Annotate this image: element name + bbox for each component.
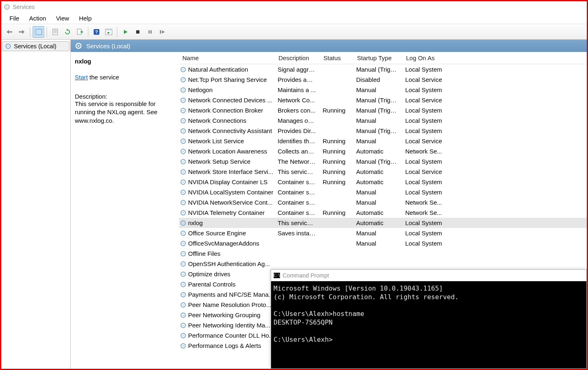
service-description: Network Co... <box>274 97 319 104</box>
svg-text:?: ? <box>95 29 98 34</box>
gear-icon <box>180 107 186 114</box>
service-row[interactable]: Network Location AwarenessCollects and .… <box>179 146 587 156</box>
restart-service-button[interactable] <box>157 26 168 38</box>
service-row[interactable]: NetlogonMaintains a ...ManualLocal Syste… <box>179 85 587 95</box>
service-row[interactable]: Office Source EngineSaves install...Manu… <box>179 228 587 238</box>
service-row[interactable]: Natural AuthenticationSignal aggre...Man… <box>179 64 587 74</box>
service-row[interactable]: Network Connectivity AssistantProvides D… <box>179 126 587 136</box>
menu-action[interactable]: Action <box>24 14 51 23</box>
service-name: Network Store Interface Servi... <box>188 168 273 175</box>
detail-panel: nxlog Start the service Description: Thi… <box>71 52 179 369</box>
menu-view[interactable]: View <box>51 14 74 23</box>
column-header-name[interactable]: Name⌃ <box>179 54 275 61</box>
service-startup: Manual <box>353 189 402 196</box>
service-description: Maintains a ... <box>274 86 319 93</box>
service-row[interactable]: Network Connection BrokerBrokers con...R… <box>179 105 587 115</box>
help-button[interactable]: ? <box>91 26 102 38</box>
dialog-button[interactable] <box>103 26 114 38</box>
service-status: Running <box>319 107 353 114</box>
gear-icon <box>180 261 186 267</box>
svg-point-33 <box>182 110 184 111</box>
svg-point-53 <box>182 212 184 214</box>
gear-icon <box>180 281 186 288</box>
svg-point-71 <box>182 304 184 306</box>
gear-icon <box>180 189 186 196</box>
menu-help[interactable]: Help <box>74 14 97 23</box>
service-name: Netlogon <box>188 86 213 93</box>
svg-rect-14 <box>105 29 112 30</box>
service-description: Identifies the... <box>274 138 319 144</box>
service-name: Network List Service <box>188 138 244 144</box>
svg-point-65 <box>182 273 184 275</box>
service-row[interactable]: OpenSSH Authentication Ag... <box>179 259 587 269</box>
menu-file[interactable]: File <box>4 14 24 23</box>
properties-button[interactable] <box>49 26 61 38</box>
service-row[interactable]: Network Store Interface Servi...This ser… <box>179 167 587 177</box>
gear-icon <box>180 66 186 73</box>
svg-point-79 <box>182 345 184 347</box>
gear-icon <box>75 42 82 50</box>
service-row[interactable]: nxlogThis service i...AutomaticLocal Sys… <box>179 218 587 228</box>
service-row[interactable]: Network ConnectionsManages ob...ManualLo… <box>179 115 587 126</box>
stop-service-button[interactable] <box>132 26 144 38</box>
gear-icon <box>180 230 186 237</box>
forward-button[interactable] <box>16 26 27 38</box>
service-name: Offline Files <box>188 250 220 257</box>
service-row[interactable]: NVIDIA LocalSystem ContainerContainer se… <box>179 187 587 197</box>
service-startup: Automatic <box>353 178 402 185</box>
service-row[interactable]: Network Connected Devices ...Network Co.… <box>179 95 587 105</box>
service-row[interactable]: NVIDIA NetworkService Cont...Container s… <box>179 197 587 208</box>
gear-icon <box>180 210 186 216</box>
toolbar-separator <box>117 27 117 37</box>
service-name: Peer Name Resolution Proto... <box>188 301 271 308</box>
service-startup: Manual (Trigg... <box>353 158 402 165</box>
service-startup: Automatic <box>353 219 402 226</box>
svg-rect-19 <box>160 30 161 34</box>
list-header: Name⌃ Description Status Startup Type Lo… <box>179 52 587 64</box>
start-service-button[interactable] <box>120 26 131 38</box>
tree-item-services-local[interactable]: Services (Local) <box>2 41 70 51</box>
svg-point-27 <box>182 79 184 81</box>
svg-point-43 <box>182 161 184 162</box>
menu-bar: File Action View Help <box>1 13 587 24</box>
show-hide-tree-button[interactable] <box>33 26 44 38</box>
service-startup: Manual <box>353 117 402 124</box>
column-header-startup[interactable]: Startup Type <box>354 54 403 61</box>
service-row[interactable]: Net.Tcp Port Sharing ServiceProvides abi… <box>179 74 587 85</box>
service-row[interactable]: Network List ServiceIdentifies the...Run… <box>179 136 587 146</box>
service-row[interactable]: NVIDIA Display Container LSContainer se.… <box>179 177 587 187</box>
service-name: Network Connection Broker <box>188 107 263 114</box>
command-prompt-title-bar[interactable]: C:\ Command Prompt <box>271 270 586 281</box>
service-description: Container se... <box>274 189 319 196</box>
service-logon: Local Service <box>402 168 451 175</box>
service-row[interactable]: OfficeSvcManagerAddonsManualLocal System <box>179 238 587 248</box>
service-name: Network Connections <box>188 117 247 124</box>
service-description: Provides abil... <box>274 76 319 83</box>
service-startup: Automatic <box>353 148 402 155</box>
service-row[interactable]: NVIDIA Telemetry ContainerContainer se..… <box>179 208 587 218</box>
command-prompt-window[interactable]: C:\ Command Prompt Microsoft Windows [Ve… <box>271 269 587 369</box>
pause-service-button[interactable] <box>144 26 156 38</box>
start-service-rest: the service <box>88 74 119 81</box>
column-header-status[interactable]: Status <box>320 54 354 61</box>
svg-point-59 <box>182 243 184 244</box>
column-header-description[interactable]: Description <box>275 54 320 61</box>
export-list-button[interactable] <box>74 26 85 38</box>
command-prompt-body[interactable]: Microsoft Windows [Version 10.0.19043.11… <box>271 281 586 368</box>
service-description: Saves install... <box>274 230 319 237</box>
service-logon: Local System <box>402 66 451 73</box>
service-name: Natural Authentication <box>188 66 248 73</box>
column-header-logon[interactable]: Log On As <box>403 54 452 61</box>
back-button[interactable] <box>4 26 15 38</box>
service-row[interactable]: Offline Files <box>179 248 587 259</box>
svg-rect-6 <box>53 29 58 35</box>
service-name: Peer Networking Grouping <box>188 311 260 318</box>
refresh-button[interactable] <box>62 26 73 38</box>
gear-icon <box>180 117 186 124</box>
service-status: Running <box>319 148 353 155</box>
gear-icon <box>180 169 186 175</box>
start-service-link[interactable]: Start <box>75 74 88 81</box>
svg-rect-17 <box>148 30 150 34</box>
service-name: Performance Counter DLL Ho... <box>188 332 274 339</box>
service-row[interactable]: Network Setup ServiceThe Network...Runni… <box>179 156 587 167</box>
